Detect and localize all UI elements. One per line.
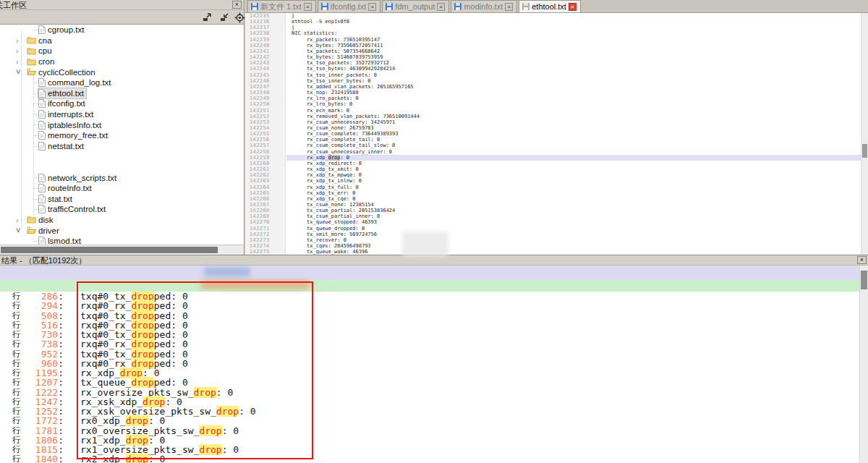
tree-item-label: netstat.txt <box>48 142 84 150</box>
tree-item-cron[interactable]: ›cron <box>0 56 244 67</box>
tree-item-trafficcontrol-txt[interactable]: trafficControl.txt <box>0 204 244 215</box>
tree-horizontal-scrollbar[interactable] <box>0 245 244 255</box>
tree-item-routeinfo-txt[interactable]: routeInfo.txt <box>0 183 244 194</box>
tree-item-memory-free-txt[interactable]: memory_free.txt <box>0 130 244 141</box>
tree-item-cgroup-txt[interactable]: cgroup.txt <box>0 25 244 35</box>
row-line-number: 508: <box>20 311 64 320</box>
tree-stub <box>33 82 38 83</box>
line-number: 142245 <box>245 72 285 78</box>
collapse-all-icon[interactable] <box>219 12 229 22</box>
tab-close-icon[interactable]: × <box>437 3 445 11</box>
tab-close-icon[interactable]: × <box>368 3 376 11</box>
file-icon <box>38 205 46 213</box>
row-line-label: 行 <box>12 436 21 445</box>
tree-item-content: memory_free.txt <box>38 130 108 141</box>
line-number: 142267 <box>245 202 285 208</box>
save-icon <box>454 3 461 10</box>
row-line-number: 1815: <box>20 445 64 454</box>
tree-item-label: routeInfo.txt <box>48 184 92 192</box>
row-line-number: 1840: <box>20 454 64 463</box>
tab-ethtool-txt[interactable]: ethtool.txt× <box>519 0 581 12</box>
line-number: 142268 <box>245 208 285 213</box>
editor-line: tx_csum_partial: 205153836424 <box>286 208 861 213</box>
tree-item-content: routeInfo.txt <box>38 183 92 194</box>
tree-item-cycliccollection[interactable]: ˅cyclicCollection <box>0 67 244 77</box>
folder-open-icon <box>27 68 36 76</box>
tree-item-label: stat.txt <box>48 195 72 203</box>
editor-line: tx_cqes: 204596498793 <box>286 243 861 249</box>
row-line-number: 960: <box>20 359 64 368</box>
tree-item-netstat-txt[interactable]: netstat.txt <box>0 141 244 152</box>
tab--1-txt[interactable]: 新文件 1.txt× <box>247 0 316 12</box>
editor-line: tx_added_vlan_packets: 205165957165 <box>286 84 861 90</box>
tree-item-ethtool-txt[interactable]: ethtool.txt <box>0 88 244 99</box>
chevron-right-icon[interactable]: › <box>16 56 19 67</box>
line-number: 142243 <box>245 60 285 66</box>
results-vertical-scrollbar[interactable] <box>859 266 868 463</box>
tree-stub <box>33 93 38 94</box>
editor-line: tx_nop: 232419588 <box>286 90 861 95</box>
tab-close-icon[interactable]: × <box>569 3 576 11</box>
tab-fdm-output[interactable]: fdm_output× <box>382 0 449 12</box>
tree-item-stat-txt[interactable]: stat.txt <box>0 194 244 205</box>
line-number: 142238 <box>245 30 285 36</box>
line-text-prefix: rx_xdp_ <box>292 155 328 161</box>
editor-line: tx_tso_inner_packets: 0 <box>286 72 861 78</box>
tree-item-command-log-txt[interactable]: command_log.txt <box>0 77 244 88</box>
editor-line: rx_bytes: 735960572057411 <box>286 43 861 48</box>
tree-item-content: cyclicCollection <box>27 67 95 77</box>
workspace-close-button[interactable]: × <box>232 1 242 9</box>
folder-icon <box>27 58 36 66</box>
file-icon <box>38 131 46 140</box>
tree-item-cna[interactable]: ›cna <box>0 35 244 46</box>
line-number: 142236 <box>245 19 285 25</box>
chevron-down-icon[interactable]: ˅ <box>16 67 20 77</box>
editor-vertical-scrollbar[interactable] <box>861 13 868 255</box>
chevron-right-icon[interactable]: › <box>16 35 19 46</box>
tree-item-disk[interactable]: ›disk <box>0 215 244 226</box>
chevron-down-icon[interactable]: ˅ <box>16 225 20 235</box>
results-close-button[interactable]: × <box>857 256 867 264</box>
tab-ifconfig-txt[interactable]: ifconfig.txt× <box>318 0 381 12</box>
tree-stub <box>33 177 38 178</box>
editor-line: rx_csum_complete: 736449389393 <box>286 131 861 137</box>
chevron-right-icon[interactable]: › <box>16 46 19 56</box>
line-number: 142249 <box>245 95 285 101</box>
editor-line: tx_queue_wake: 46396 <box>286 249 861 255</box>
editor-scrollbar-thumb[interactable] <box>862 144 867 158</box>
tree-item-content: disk <box>27 215 53 226</box>
tree-item-driver[interactable]: ˅driver <box>0 225 244 236</box>
row-line-number: 1207: <box>20 378 64 387</box>
tab-bar: 新文件 1.txt×ifconfig.txt×fdm_output×modinf… <box>245 0 868 13</box>
tree-item-cpu[interactable]: ›cpu <box>0 46 244 56</box>
tab-close-icon[interactable]: × <box>505 3 513 11</box>
tree-stub <box>33 209 38 210</box>
tree-item-content: cpu <box>27 46 52 56</box>
folder-icon <box>27 216 36 224</box>
editor-line: tx_packets: 507354668642 <box>286 48 861 54</box>
tree-item-content: command_log.txt <box>38 77 111 88</box>
line-number-value: 1840 <box>35 454 58 463</box>
expand-all-icon[interactable] <box>202 12 212 22</box>
tree-scrollbar-thumb[interactable] <box>1 247 218 253</box>
tree-item-lsmod-txt[interactable]: lsmod.txt <box>0 236 244 245</box>
results-scrollbar-thumb[interactable] <box>861 271 867 289</box>
tab-modinfo-txt[interactable]: modinfo.txt× <box>451 0 517 12</box>
locate-file-icon[interactable] <box>234 12 244 22</box>
redaction-blur <box>402 232 448 256</box>
editor-text-area[interactable]: }ethtool -S enp1s0f0{NIC statistics: rx_… <box>286 13 861 255</box>
tab-label: ifconfig.txt <box>331 2 367 11</box>
workspace-panel: 关工作区 × cgroup.txt›cna›cpu›cron˅cyclicCol… <box>0 0 244 255</box>
save-icon <box>522 3 529 10</box>
tree-item-label: cgroup.txt <box>48 25 85 34</box>
tree-item-interrupts-txt[interactable]: interrupts.txt <box>0 109 244 120</box>
tab-close-icon[interactable]: × <box>304 3 312 11</box>
workspace-title: 关工作区 <box>0 0 27 10</box>
tree-item-iptablesinfo-txt[interactable]: iptablesInfo.txt <box>0 119 244 130</box>
tree-item-content: trafficControl.txt <box>38 204 106 215</box>
row-line-label: 行 <box>12 330 21 339</box>
chevron-right-icon[interactable]: › <box>16 215 19 225</box>
tree-item-network-scripts-txt[interactable]: network_scripts.txt <box>0 172 244 183</box>
tree-item-ifconfig-txt[interactable]: ifconfig.txt <box>0 98 244 109</box>
editor-body[interactable]: 1422351422361422371422381422391422401422… <box>245 13 868 255</box>
